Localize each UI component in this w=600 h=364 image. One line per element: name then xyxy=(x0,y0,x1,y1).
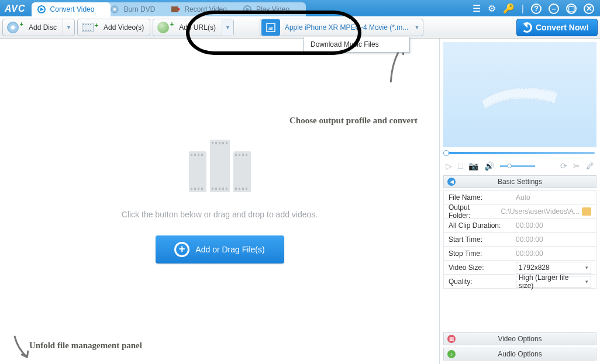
edit-icon[interactable]: 🖉 xyxy=(586,161,594,171)
volume-icon[interactable]: 🔊 xyxy=(484,161,494,171)
stop-icon[interactable]: □ xyxy=(458,161,463,171)
tab-record-icon xyxy=(171,5,180,13)
maximize-button[interactable]: ▢ xyxy=(566,4,577,14)
toolbar: + Add Disc ▼ + Add Video(s) + Add URL(s)… xyxy=(0,16,600,39)
profile-text: Apple iPhone XR MPEG-4 Movie (*.m... xyxy=(281,23,411,32)
add-disc-label: Add Disc xyxy=(23,23,63,32)
svg-text:all: all xyxy=(268,26,273,31)
tab-label: Record Video xyxy=(184,5,227,13)
folder-icon[interactable] xyxy=(582,207,591,216)
chevron-down-icon[interactable]: ▼ xyxy=(411,19,423,36)
player-controls: ▷ □ 📷 🔊 ⟳ ✂ 🖉 xyxy=(443,159,596,173)
disc-icon xyxy=(7,22,19,33)
app-logo: AVC xyxy=(5,4,26,14)
tab-play-video[interactable]: Play Video xyxy=(237,2,306,16)
videosize-select[interactable]: 1792x828▾ xyxy=(516,262,591,273)
tab-play-icon xyxy=(243,5,251,13)
video-options-icon: ▦ xyxy=(447,335,456,343)
outputfolder-value[interactable]: C:\Users\user\Videos\A... xyxy=(496,207,596,216)
video-icon xyxy=(82,23,94,32)
audio-options-label: Audio Options xyxy=(498,350,542,358)
chevron-down-icon[interactable]: ▼ xyxy=(222,19,233,36)
title-bar: AVC Convert Video Burn DVD Record Video … xyxy=(0,0,600,16)
clipduration-label: All Clip Duration: xyxy=(444,221,511,230)
output-profile-button[interactable]: all Apple iPhone XR MPEG-4 Movie (*.m...… xyxy=(260,19,423,36)
globe-icon xyxy=(157,22,169,33)
basic-settings-header[interactable]: ◀ Basic Settings xyxy=(443,175,596,188)
tab-label: Burn DVD xyxy=(123,5,155,13)
convert-label: Convert Now! xyxy=(536,23,589,32)
download-music-item[interactable]: Download Music Files xyxy=(304,37,409,52)
close-button[interactable]: ✕ xyxy=(584,4,594,14)
stoptime-value[interactable]: 00:00:00 xyxy=(511,249,596,258)
svg-point-3 xyxy=(113,8,116,11)
quality-select[interactable]: High (Larger file size)▾ xyxy=(516,276,591,287)
volume-slider[interactable] xyxy=(500,165,535,167)
tab-record-video[interactable]: Record Video xyxy=(165,2,243,16)
filmstrip-deco-icon xyxy=(476,77,564,112)
file-drop-zone[interactable]: Click the button below or drag and drop … xyxy=(0,39,439,364)
drop-hint-text: Click the button below or drag and drop … xyxy=(122,210,318,219)
rotate-icon[interactable]: ⟳ xyxy=(560,161,567,171)
add-videos-button[interactable]: + Add Video(s) xyxy=(77,19,150,36)
filename-value[interactable]: Auto xyxy=(511,193,596,202)
chevron-down-icon[interactable]: ▼ xyxy=(63,19,74,36)
play-icon[interactable]: ▷ xyxy=(446,161,452,171)
svg-marker-1 xyxy=(40,8,44,11)
clipduration-value: 00:00:00 xyxy=(511,221,596,230)
cut-icon[interactable]: ✂ xyxy=(573,161,580,171)
audio-options-header[interactable]: ♪ Audio Options xyxy=(443,348,596,360)
video-options-label: Video Options xyxy=(498,335,542,343)
basic-settings-table: File Name:Auto Output Folder:C:\Users\us… xyxy=(443,190,596,289)
main-area: Click the button below or drag and drop … xyxy=(0,39,600,364)
add-files-button[interactable]: + Add or Drag File(s) xyxy=(156,235,284,264)
tab-convert-video[interactable]: Convert Video xyxy=(32,2,111,16)
tab-label: Convert Video xyxy=(50,5,95,13)
collapse-icon: ◀ xyxy=(447,178,456,186)
help-button[interactable]: ? xyxy=(531,4,542,14)
stoptime-label: Stop Time: xyxy=(444,249,511,258)
tab-label: Play Video xyxy=(256,5,289,13)
key-icon[interactable]: 🔑 xyxy=(503,3,515,14)
basic-settings-label: Basic Settings xyxy=(498,178,542,186)
right-panel: ▷ □ 📷 🔊 ⟳ ✂ 🖉 ◀ Basic Settings File Name… xyxy=(439,39,600,364)
starttime-value[interactable]: 00:00:00 xyxy=(511,235,596,244)
videosize-label: Video Size: xyxy=(444,264,511,272)
snapshot-icon[interactable]: 📷 xyxy=(468,161,478,171)
settings-icon[interactable]: ⚙ xyxy=(488,3,496,14)
preview-window xyxy=(443,42,596,147)
tab-burn-icon xyxy=(111,5,119,13)
svg-rect-4 xyxy=(171,6,178,12)
add-disc-button[interactable]: + Add Disc ▼ xyxy=(2,19,75,36)
plus-circle-icon: + xyxy=(174,242,189,257)
add-videos-label: Add Video(s) xyxy=(98,23,150,32)
window-controls: ☰ ⚙ 🔑 | ? – ▢ ✕ xyxy=(473,3,600,16)
outputfolder-label: Output Folder: xyxy=(444,203,496,220)
tab-strip: Convert Video Burn DVD Record Video Play… xyxy=(32,2,473,16)
tab-convert-icon xyxy=(37,5,46,13)
refresh-icon xyxy=(522,22,532,33)
video-options-header[interactable]: ▦ Video Options xyxy=(443,332,596,345)
svg-marker-7 xyxy=(246,8,250,11)
filename-label: File Name: xyxy=(444,193,511,202)
starttime-label: Start Time: xyxy=(444,235,511,244)
filmstrip-placeholder-icon xyxy=(189,140,251,192)
add-urls-button[interactable]: + Add URL(s) ▼ xyxy=(153,19,234,36)
seek-bar[interactable] xyxy=(443,150,596,157)
quality-label: Quality: xyxy=(444,278,511,286)
add-urls-dropdown: Download Music Files xyxy=(303,37,410,53)
audio-options-icon: ♪ xyxy=(447,350,456,358)
add-urls-label: Add URL(s) xyxy=(173,23,222,32)
tab-burn-dvd[interactable]: Burn DVD xyxy=(105,2,171,16)
add-files-label: Add or Drag File(s) xyxy=(195,245,264,254)
menu-icon[interactable]: ☰ xyxy=(473,3,481,14)
profile-icon: all xyxy=(261,19,280,36)
convert-now-button[interactable]: Convert Now! xyxy=(516,19,598,36)
minimize-button[interactable]: – xyxy=(549,4,559,14)
